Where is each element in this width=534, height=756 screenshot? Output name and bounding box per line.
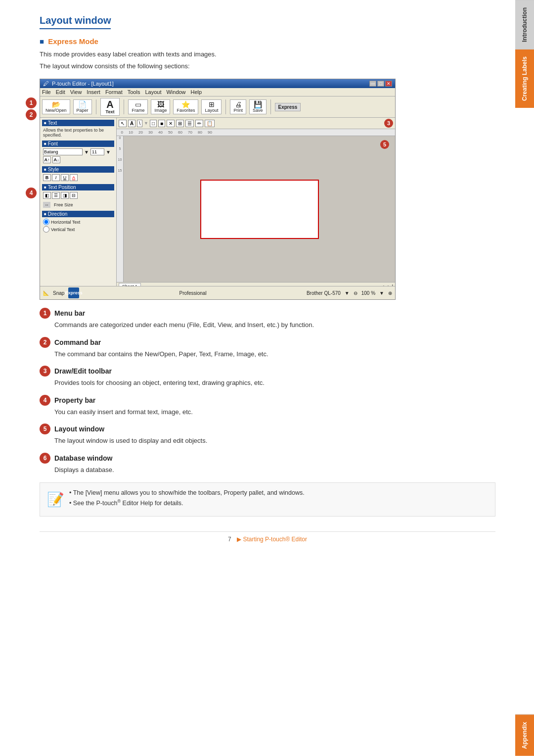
toolbar-paper[interactable]: 📄 Paper <box>73 99 92 114</box>
menu-layout[interactable]: Layout <box>145 89 161 95</box>
menu-edit[interactable]: Edit <box>56 89 65 95</box>
menu-insert[interactable]: Insert <box>87 89 100 95</box>
app-titlebar: 🖊 P-touch Editor - [Layout1] — □ ✕ <box>40 79 395 88</box>
italic-btn[interactable]: I <box>52 174 60 181</box>
direction-options: Horizontal Text Vertical Text <box>42 219 114 233</box>
maximize-btn[interactable]: □ <box>377 81 384 87</box>
menu-view[interactable]: View <box>70 89 82 95</box>
size-icon: ↔ <box>43 202 50 208</box>
align-center-btn[interactable]: ☰ <box>52 192 60 199</box>
toolbar-print[interactable]: 🖨 Print <box>230 99 246 114</box>
desc-text-1: Commands are categorized under each menu… <box>40 320 495 330</box>
page-title: Layout window <box>40 15 111 29</box>
horizontal-radio[interactable] <box>43 219 49 225</box>
bold-btn[interactable]: B <box>43 174 51 181</box>
status-zoom: 100 % <box>361 290 375 296</box>
desc-header-3: 3 Draw/Edit toolbar <box>40 366 495 377</box>
font-shrink-btn[interactable]: A↓ <box>52 156 60 163</box>
prop-section-font: Font ▼ ▼ A↑ A↓ <box>42 141 114 163</box>
vertical-radio[interactable] <box>43 226 49 233</box>
divider-2 <box>124 99 124 114</box>
side-tab-appendix[interactable]: Appendix <box>515 714 534 756</box>
badge-1: 1 <box>26 97 37 108</box>
prop-style-label: Style <box>42 166 114 173</box>
menu-help[interactable]: Help <box>191 89 202 95</box>
align-right-btn[interactable]: ◨ <box>61 192 69 199</box>
grid-tool[interactable]: ⊞ <box>176 120 184 127</box>
toolbar-text[interactable]: A Text <box>100 98 120 116</box>
side-tab-creating-labels[interactable]: Creating Labels <box>515 49 534 108</box>
snap-icon: 📐 <box>43 290 49 296</box>
status-professional: Professional <box>179 290 207 296</box>
desc-title-4: Property bar <box>54 396 95 404</box>
footer-link[interactable]: ▶ Starting P-touch® Editor <box>237 536 307 543</box>
prop-font-row: ▼ ▼ <box>42 148 114 155</box>
minimize-btn[interactable]: — <box>369 81 376 87</box>
table-tool[interactable]: ☰ <box>185 120 194 127</box>
prop-font-label: Font <box>42 141 114 147</box>
sheet-1-tab[interactable]: Sheet 1 <box>119 283 141 286</box>
toolbar-new-open[interactable]: 📂 New/Open <box>42 99 70 114</box>
pencil-tool[interactable]: ✏ <box>195 120 203 127</box>
text-tool[interactable]: A <box>128 120 135 127</box>
horizontal-label: Horizontal Text <box>51 220 80 225</box>
status-snap: Snap <box>53 290 64 296</box>
label-paper[interactable] <box>200 180 319 239</box>
prop-text-label: Text <box>42 120 114 126</box>
side-tab-introduction[interactable]: Introduction <box>515 0 534 49</box>
desc-header-4: 4 Property bar <box>40 395 495 406</box>
callout-2-outer: 2 <box>26 109 37 120</box>
sheet-nav-right[interactable]: ►| <box>387 284 394 286</box>
label-canvas[interactable]: 5 <box>124 136 395 282</box>
sheet-nav-left[interactable]: ◄ <box>380 284 385 286</box>
menu-window[interactable]: Window <box>166 89 185 95</box>
status-zoom-plus[interactable]: ⊕ <box>388 290 392 296</box>
menu-format[interactable]: Format <box>105 89 123 95</box>
close-btn[interactable]: ✕ <box>385 81 392 87</box>
note-line-2: • See the P-touch® Editor Help for detai… <box>69 498 305 508</box>
desc-text-4: You can easily insert and format text, i… <box>40 407 495 417</box>
rect-tool[interactable]: □ <box>150 120 157 127</box>
desc-title-2: Command bar <box>54 338 101 346</box>
toolbar-favorites[interactable]: ⭐ Favorites <box>173 99 198 114</box>
status-printer: Brother QL-570 <box>307 290 341 296</box>
desc-badge-1: 1 <box>40 308 50 319</box>
menu-file[interactable]: File <box>42 89 51 95</box>
toolbar-save[interactable]: 💾 Save <box>249 99 267 114</box>
status-mode[interactable]: Express <box>68 287 79 298</box>
desc-title-1: Menu bar <box>54 309 85 317</box>
align-justify-btn[interactable]: ⊟ <box>70 192 78 199</box>
status-zoom-arrow: ▼ <box>379 290 384 296</box>
status-zoom-minus[interactable]: ⊖ <box>354 290 357 296</box>
desc-text-2: The command bar contains the New/Open, P… <box>40 349 495 359</box>
toolbar-layout[interactable]: ⊞ Layout <box>201 99 222 114</box>
property-panel: Text Allows the text properties to be sp… <box>40 118 117 286</box>
toolbar-image[interactable]: 🖼 Image <box>151 99 170 114</box>
titlebar-buttons: — □ ✕ <box>369 81 392 87</box>
intro-line-2: The layout window consists of the follow… <box>40 61 495 71</box>
menu-tools[interactable]: Tools <box>128 89 140 95</box>
desc-item-6: 6 Database window Displays a database. <box>40 453 495 475</box>
underline-btn[interactable]: U <box>61 174 69 181</box>
line-tool[interactable]: \ <box>137 120 142 127</box>
select-tool[interactable]: ↖ <box>119 120 127 127</box>
font-grow-btn[interactable]: A↑ <box>43 156 51 163</box>
note-content: • The [View] menu allows you to show/hid… <box>69 488 305 508</box>
prop-section-direction: Direction Horizontal Text Vertical Text <box>42 211 114 233</box>
cross-tool[interactable]: ✕ <box>167 120 175 127</box>
fill-rect-tool[interactable]: ■ <box>158 120 165 127</box>
font-size-input[interactable] <box>90 148 104 155</box>
badge-5: 5 <box>380 140 389 149</box>
desc-badge-4: 4 <box>40 395 50 406</box>
font-name-input[interactable] <box>43 148 83 155</box>
paste-tool[interactable]: 📋 <box>205 120 215 127</box>
size-arrow: ▼ <box>106 149 111 155</box>
desc-text-6: Displays a database. <box>40 465 495 475</box>
desc-item-2: 2 Command bar The command bar contains t… <box>40 337 495 359</box>
desc-badge-3: 3 <box>40 366 50 377</box>
align-left-btn[interactable]: ◧ <box>43 192 51 199</box>
desc-header-6: 6 Database window <box>40 453 495 464</box>
color-btn[interactable]: A <box>70 174 78 181</box>
toolbar-frame[interactable]: ▭ Frame <box>128 99 148 114</box>
toolbar-express[interactable]: Express <box>275 103 301 111</box>
